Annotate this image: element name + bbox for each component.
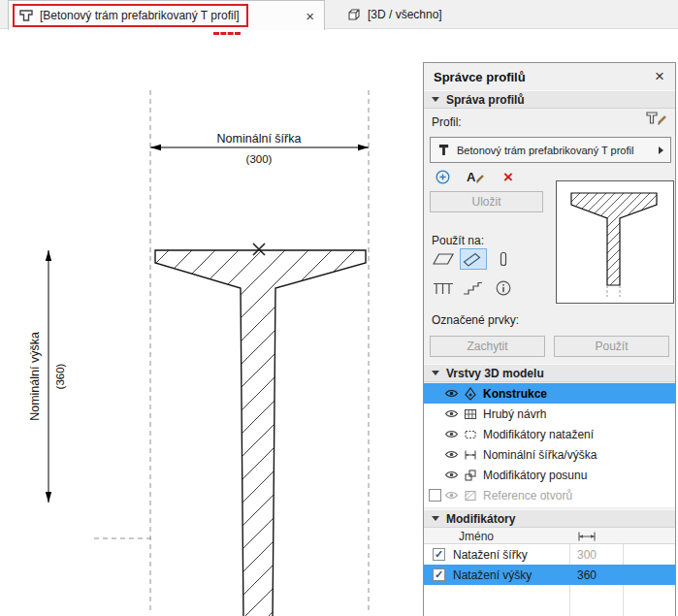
collapse-triangle-icon — [432, 371, 439, 375]
layer-label: Modifikátory posunu — [483, 469, 587, 482]
dim-width-label: Nominální šířka — [217, 132, 302, 146]
modifier-checkbox[interactable]: ✓ — [433, 568, 445, 581]
modifier-row-natazeni-vysky[interactable]: ✓ Natažení výšky 360 — [424, 565, 675, 585]
view-3d-tab-icon — [346, 7, 362, 22]
dim-height-value: (360) — [54, 363, 66, 389]
visibility-eye-icon[interactable] — [444, 470, 464, 480]
layer-row-konstrukce[interactable]: Konstrukce — [424, 383, 675, 404]
layer-label: Konstrukce — [483, 387, 547, 401]
profile-preview — [556, 180, 674, 304]
layer-offset-modifier-icon — [464, 469, 483, 482]
panel-close-icon[interactable]: × — [651, 66, 668, 86]
apply-to-icons — [430, 248, 527, 307]
name-column-header: Jméno — [459, 530, 494, 543]
layer-row-hruby-navrh[interactable]: Hrubý návrh — [424, 404, 675, 424]
layer-core-icon — [464, 387, 483, 401]
modifier-row-natazeni-sirky[interactable]: ✓ Natažení šířky 300 — [424, 544, 675, 565]
modifier-name: Natažení výšky — [453, 568, 532, 582]
svg-text:A: A — [467, 170, 476, 184]
modifier-value[interactable]: 360 — [569, 568, 597, 582]
save-button[interactable]: Uložit — [430, 191, 543, 212]
annotation-red-box: [Betonový trám prefabrikovaný T profil] — [13, 4, 248, 27]
value-column-header-icon — [577, 531, 597, 545]
edit-profile-icon — [644, 109, 669, 128]
profile-preview-drawing — [557, 181, 673, 303]
apply-column-icon[interactable] — [490, 248, 517, 270]
panel-titlebar[interactable]: Správce profilů × — [424, 63, 675, 90]
tab-profile-editor[interactable]: [Betonový trám prefabrikovaný T profil] … — [8, 0, 325, 30]
visibility-eye-icon[interactable] — [444, 449, 464, 460]
layer-nominal-size-icon — [464, 448, 483, 462]
layer-row-reference-otvoru[interactable]: Reference otvorů — [424, 485, 675, 505]
visibility-eye-icon[interactable] — [444, 490, 464, 501]
apply-wall-icon[interactable] — [430, 248, 457, 270]
new-profile-button[interactable] — [432, 167, 453, 186]
tab-3d-view[interactable]: [3D / všechno] — [335, 0, 454, 29]
collapse-triangle-icon — [432, 516, 439, 521]
modifiers-table: Jméno ✓ Natažení šířky 300 ✓ Natažení vý… — [424, 528, 675, 616]
layer-label: Modifikátory natažení — [483, 428, 594, 441]
layer-checkbox[interactable] — [429, 489, 441, 502]
profile-mini-toolbar: A × — [432, 167, 519, 186]
layer-opening-reference-icon — [464, 489, 483, 503]
tab-profile-label: [Betonový trám prefabrikovaný T profil] — [40, 9, 240, 22]
section-modifiers[interactable]: Modifikátory — [424, 509, 675, 528]
section-3d-layers-label: Vrstvy 3D modelu — [446, 367, 544, 380]
modifier-checkbox[interactable]: ✓ — [433, 548, 445, 561]
dim-width-value: (300) — [246, 153, 273, 165]
modifier-value[interactable]: 300 — [569, 548, 597, 562]
section-manage-profiles[interactable]: Správa profilů — [424, 90, 675, 109]
rename-icon: A — [466, 169, 485, 184]
apply-to-label: Použít na: — [432, 234, 484, 247]
collapse-triangle-icon — [432, 97, 439, 102]
apply-railing-icon[interactable] — [430, 277, 457, 299]
visibility-eye-icon[interactable] — [444, 429, 464, 439]
modifiers-table-header: Jméno — [424, 528, 675, 544]
profile-manager-panel: Správce profilů × Správa profilů Profil:… — [423, 62, 676, 616]
plus-circle-icon — [435, 169, 451, 185]
tab-close-icon[interactable]: × — [304, 9, 316, 23]
info-icon[interactable] — [490, 277, 517, 299]
profile-tab-icon — [18, 8, 34, 23]
app-window: [Betonový trám prefabrikovaný T profil] … — [0, 0, 678, 616]
layer-label: Reference otvorů — [483, 489, 572, 503]
section-modifiers-label: Modifikátory — [446, 512, 515, 526]
t-profile-icon — [437, 143, 450, 157]
panel-title: Správce profilů — [434, 70, 526, 84]
layer-row-modifikatory-natazeni[interactable]: Modifikátory natažení — [424, 424, 675, 444]
visibility-eye-icon[interactable] — [444, 408, 464, 419]
layer-row-modifikatory-posunu[interactable]: Modifikátory posunu — [424, 465, 675, 485]
profile-name: Betonový trám prefabrikovaný T profil — [457, 145, 652, 156]
selected-elements-label: Označené prvky: — [432, 313, 519, 327]
annotation-red-dashes — [213, 32, 241, 35]
dropdown-arrow-icon — [659, 146, 663, 154]
layer-grid-icon — [464, 407, 483, 421]
tab-3d-label: [3D / všechno] — [368, 8, 442, 21]
rename-profile-button[interactable]: A — [465, 167, 486, 186]
layer-row-nominalni-sirka-vyska[interactable]: Nominální šířka/výška — [424, 444, 675, 465]
tab-bar: [Betonový trám prefabrikovaný T profil] … — [0, 0, 678, 29]
profile-field-label: Profil: — [432, 115, 462, 129]
section-3d-layers[interactable]: Vrstvy 3D modelu — [424, 364, 675, 382]
layer-stretch-modifier-icon — [464, 428, 483, 441]
apply-button[interactable]: Použít — [554, 336, 669, 357]
capture-button[interactable]: Zachytit — [430, 336, 545, 357]
visibility-eye-icon[interactable] — [444, 388, 464, 399]
section-manage-profiles-label: Správa profilů — [446, 93, 525, 107]
dim-height-label: Nominální výška — [28, 332, 42, 421]
layer-label: Nominální šířka/výška — [483, 448, 597, 462]
delete-profile-button[interactable]: × — [498, 167, 519, 186]
apply-beam-icon[interactable] — [460, 248, 487, 270]
layers-list: Konstrukce Hrubý návrh — [424, 383, 675, 507]
profile-selector-button[interactable]: Betonový trám prefabrikovaný T profil — [430, 137, 671, 163]
edit-profile-button[interactable] — [644, 109, 669, 131]
modifier-name: Natažení šířky — [453, 548, 528, 562]
layer-label: Hrubý návrh — [483, 407, 546, 421]
apply-stair-icon[interactable] — [460, 277, 487, 299]
